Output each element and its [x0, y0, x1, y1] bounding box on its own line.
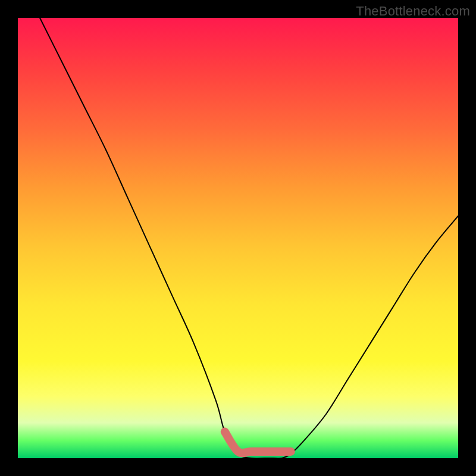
plot-area	[18, 18, 458, 458]
curve-svg	[18, 18, 458, 458]
watermark-text: TheBottleneck.com	[356, 4, 470, 19]
chart-frame: TheBottleneck.com	[0, 0, 476, 476]
highlight-band-path	[225, 432, 291, 453]
bottleneck-curve-path	[40, 18, 458, 459]
